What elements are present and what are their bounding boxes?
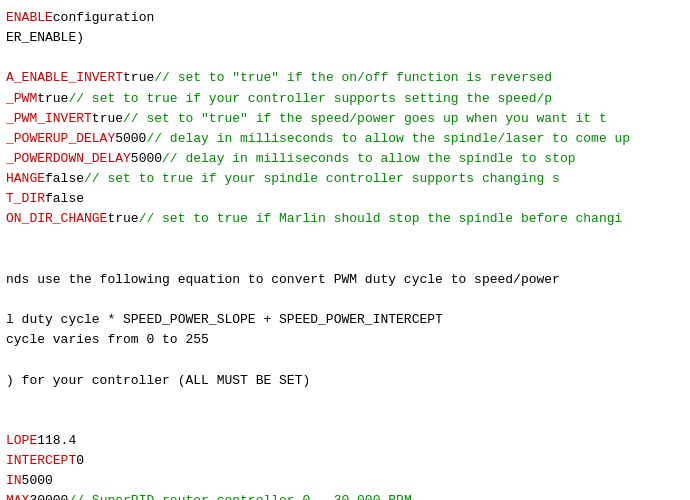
code-token: false: [45, 169, 84, 189]
code-token: 5000: [22, 471, 53, 491]
code-token: HANGE: [6, 169, 45, 189]
code-token: true: [92, 109, 123, 129]
code-line: A_ENABLE_INVERT true // set to "true" if…: [6, 68, 684, 88]
code-line: INTERCEPT 0: [6, 451, 684, 471]
code-line: _POWERDOWN_DELAY 5000 // delay in millis…: [6, 149, 684, 169]
code-line: IN 5000: [6, 471, 684, 491]
code-line: cycle varies from 0 to 255: [6, 330, 684, 350]
code-blank-line: [6, 290, 684, 310]
code-token: true: [107, 209, 138, 229]
code-token: IN: [6, 471, 22, 491]
code-token: LOPE: [6, 431, 37, 451]
code-token: 5000: [131, 149, 162, 169]
code-token: ON_DIR_CHANGE: [6, 209, 107, 229]
code-token: // set to true if your controller suppor…: [68, 89, 552, 109]
code-token: MAX: [6, 491, 29, 500]
code-line: _PWM_INVERT true // set to "true" if the…: [6, 109, 684, 129]
code-token: configuration: [53, 8, 154, 28]
code-token: _POWERUP_DELAY: [6, 129, 115, 149]
code-token: _PWM_INVERT: [6, 109, 92, 129]
code-line: ) for your controller (ALL MUST BE SET): [6, 371, 684, 391]
code-token: // delay in milliseconds to allow the sp…: [162, 149, 575, 169]
code-token: cycle varies from 0 to 255: [6, 330, 209, 350]
code-line: MAX 30000 // SuperPID router controller …: [6, 491, 684, 500]
code-blank-line: [6, 350, 684, 370]
code-token: INTERCEPT: [6, 451, 76, 471]
code-token: ) for your controller (ALL MUST BE SET): [6, 371, 310, 391]
code-blank-line: [6, 250, 684, 270]
code-token: _POWERDOWN_DELAY: [6, 149, 131, 169]
code-line: ON_DIR_CHANGE true // set to true if Mar…: [6, 209, 684, 229]
code-line: _PWM true // set to true if your control…: [6, 89, 684, 109]
code-line: l duty cycle * SPEED_POWER_SLOPE + SPEED…: [6, 310, 684, 330]
code-token: // set to "true" if the on/off function …: [154, 68, 552, 88]
code-line: LOPE 118.4: [6, 431, 684, 451]
code-token: T_DIR: [6, 189, 45, 209]
code-token: // SuperPID router controller 0 - 30,000…: [68, 491, 411, 500]
code-token: 30000: [29, 491, 68, 500]
code-line: nds use the following equation to conver…: [6, 270, 684, 290]
code-editor: ENABLEconfigurationER_ENABLE)A_ENABLE_IN…: [0, 0, 690, 500]
code-token: true: [123, 68, 154, 88]
code-blank-line: [6, 48, 684, 68]
code-token: true: [37, 89, 68, 109]
code-token: // delay in milliseconds to allow the sp…: [146, 129, 630, 149]
code-token: _PWM: [6, 89, 37, 109]
code-blank-line: [6, 230, 684, 250]
code-token: ENABLE: [6, 8, 53, 28]
code-token: l duty cycle * SPEED_POWER_SLOPE + SPEED…: [6, 310, 443, 330]
code-token: // set to true if your spindle controlle…: [84, 169, 560, 189]
code-line: _POWERUP_DELAY 5000 // delay in millisec…: [6, 129, 684, 149]
code-blank-line: [6, 411, 684, 431]
code-token: ER_ENABLE): [6, 28, 84, 48]
code-line: HANGE false // set to true if your spind…: [6, 169, 684, 189]
code-token: 5000: [115, 129, 146, 149]
code-token: 118.4: [37, 431, 76, 451]
code-token: // set to true if Marlin should stop the…: [139, 209, 623, 229]
code-token: A_ENABLE_INVERT: [6, 68, 123, 88]
code-line: ENABLEconfiguration: [6, 8, 684, 28]
code-blank-line: [6, 391, 684, 411]
code-token: false: [45, 189, 84, 209]
code-line: ER_ENABLE): [6, 28, 684, 48]
code-line: T_DIR false: [6, 189, 684, 209]
code-token: // set to "true" if the speed/power goes…: [123, 109, 607, 129]
code-token: nds use the following equation to conver…: [6, 270, 560, 290]
code-token: 0: [76, 451, 84, 471]
